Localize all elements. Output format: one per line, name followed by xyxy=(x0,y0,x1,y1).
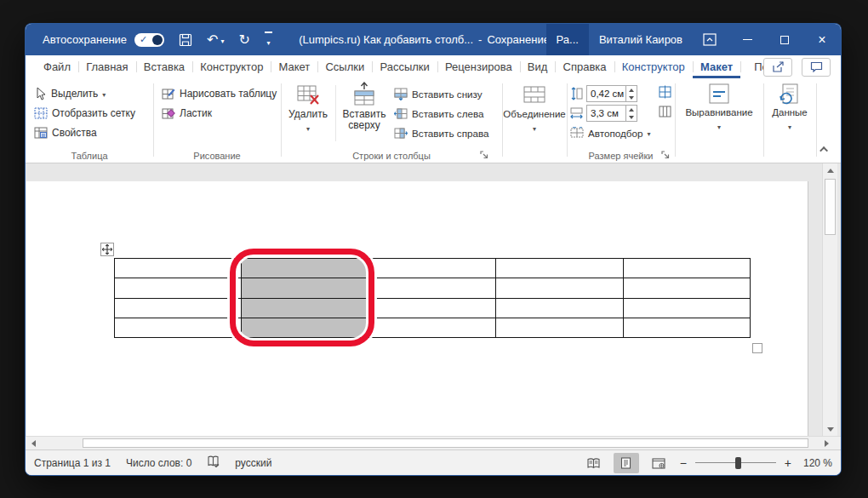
comments-button[interactable] xyxy=(802,58,831,77)
zoom-out-button[interactable]: − xyxy=(678,456,688,470)
view-gridlines-button[interactable]: Отобразить сетку xyxy=(34,106,135,121)
tab-home[interactable]: Главная xyxy=(78,55,135,78)
zoom-slider[interactable] xyxy=(695,457,776,469)
vertical-scrollbar[interactable] xyxy=(822,163,837,436)
table-cell[interactable] xyxy=(115,278,242,298)
horizontal-scroll-thumb[interactable] xyxy=(83,438,808,448)
column-width-spinner[interactable] xyxy=(625,106,637,121)
table-cell[interactable] xyxy=(496,298,623,318)
user-name[interactable]: Виталий Каиров xyxy=(599,33,682,46)
select-button[interactable]: Выделить xyxy=(34,86,106,101)
tab-mailings[interactable]: Рассылки xyxy=(372,55,437,78)
table-cell[interactable] xyxy=(623,318,750,337)
draw-table-button[interactable]: Нарисовать таблицу xyxy=(162,86,277,101)
spin-down[interactable] xyxy=(626,113,637,121)
spin-up[interactable] xyxy=(626,86,637,94)
save-button[interactable] xyxy=(179,33,192,47)
zoom-level[interactable]: 120 % xyxy=(800,457,832,469)
scroll-left-button[interactable] xyxy=(26,437,40,449)
table-resize-handle[interactable] xyxy=(752,343,762,353)
account-button[interactable]: Ра... xyxy=(546,24,589,55)
web-layout-button[interactable] xyxy=(646,453,671,473)
page-indicator[interactable]: Страница 1 из 1 xyxy=(34,457,111,469)
minimize-button[interactable] xyxy=(728,24,766,55)
table-cell[interactable] xyxy=(496,259,623,278)
delete-button[interactable]: Удалить xyxy=(283,82,334,134)
row-height-value[interactable]: 0,42 см xyxy=(587,89,625,99)
table-cell[interactable] xyxy=(115,259,242,278)
print-layout-button[interactable] xyxy=(614,453,639,473)
zoom-slider-handle[interactable] xyxy=(735,457,741,469)
table-cell[interactable] xyxy=(115,298,242,318)
read-mode-button[interactable] xyxy=(581,453,607,473)
tab-insert[interactable]: Вставка xyxy=(136,55,192,78)
alignment-button[interactable]: Выравнивание xyxy=(675,82,763,132)
table-cell-selected[interactable] xyxy=(242,318,368,337)
rows-columns-dialog-launcher[interactable] xyxy=(480,150,490,160)
autofit-button[interactable]: Автоподбор xyxy=(570,125,651,140)
redo-button[interactable]: ↻ xyxy=(239,33,250,47)
table-cell-selected[interactable] xyxy=(242,259,368,278)
scroll-right-button[interactable] xyxy=(819,437,833,449)
horizontal-scrollbar[interactable] xyxy=(26,436,841,449)
distribute-rows-button[interactable] xyxy=(658,85,672,101)
share-button[interactable] xyxy=(763,58,792,77)
table-cell[interactable] xyxy=(623,298,750,318)
tab-table-layout[interactable]: Макет xyxy=(693,55,740,78)
tab-references[interactable]: Ссылки xyxy=(317,55,372,78)
table-move-handle[interactable] xyxy=(100,243,114,256)
column-width-value[interactable]: 3,3 см xyxy=(587,108,625,118)
eraser-button[interactable]: Ластик xyxy=(162,106,212,121)
row-height-spinner[interactable] xyxy=(625,86,637,101)
table-cell[interactable] xyxy=(496,318,623,337)
tab-view[interactable]: Вид xyxy=(520,55,556,78)
table-cell[interactable] xyxy=(496,278,623,298)
column-width-field[interactable]: 3,3 см xyxy=(586,105,637,122)
customize-qat-button[interactable] xyxy=(265,31,272,48)
tab-file[interactable]: Файл xyxy=(36,55,78,78)
undo-dropdown-caret[interactable] xyxy=(221,33,225,46)
table-cell[interactable] xyxy=(368,259,495,278)
table-cell[interactable] xyxy=(368,278,495,298)
merge-button[interactable]: Объединение xyxy=(502,82,567,134)
spin-up[interactable] xyxy=(626,106,637,113)
insert-left-button[interactable]: Вставить слева xyxy=(394,106,484,121)
ribbon-display-options-button[interactable] xyxy=(691,24,728,55)
document-page[interactable] xyxy=(26,181,808,436)
spin-down[interactable] xyxy=(626,94,637,101)
tab-help[interactable]: Справка xyxy=(556,55,614,78)
data-button[interactable]: Данные xyxy=(763,82,816,132)
scroll-down-button[interactable] xyxy=(823,422,838,436)
table-cell[interactable] xyxy=(623,278,750,298)
close-button[interactable]: × xyxy=(803,24,841,55)
maximize-icon xyxy=(780,36,789,44)
scroll-up-button[interactable] xyxy=(823,163,838,177)
row-height-field[interactable]: 0,42 см xyxy=(586,85,637,102)
insert-right-button[interactable]: Вставить справа xyxy=(394,125,489,140)
table-cell-selected[interactable] xyxy=(242,278,368,298)
tab-layout[interactable]: Макет xyxy=(271,55,318,78)
maximize-button[interactable] xyxy=(766,24,803,55)
proofing-status[interactable] xyxy=(207,455,220,470)
collapse-ribbon-button[interactable] xyxy=(815,142,834,156)
cell-size-dialog-launcher[interactable] xyxy=(661,150,671,160)
table-cell[interactable] xyxy=(368,298,495,318)
insert-above-button[interactable]: Вставить сверху xyxy=(337,82,391,131)
table-cell[interactable] xyxy=(623,259,750,278)
language-indicator[interactable]: русский xyxy=(235,457,271,469)
insert-below-button[interactable]: Вставить снизу xyxy=(394,86,483,101)
vertical-scroll-thumb[interactable] xyxy=(825,179,836,235)
table-cell[interactable] xyxy=(115,318,242,337)
table-cell-selected[interactable] xyxy=(242,298,368,318)
tab-design[interactable]: Конструктор xyxy=(192,55,271,78)
word-count[interactable]: Число слов: 0 xyxy=(126,457,191,469)
table-cell[interactable] xyxy=(368,318,495,337)
properties-button[interactable]: Свойства xyxy=(34,125,97,140)
distribute-columns-button[interactable] xyxy=(658,105,672,121)
undo-button[interactable]: ↶ xyxy=(207,33,224,47)
zoom-in-button[interactable]: + xyxy=(783,456,793,470)
autosave-toggle[interactable]: ✓ xyxy=(134,33,164,47)
tab-table-design[interactable]: Конструктор xyxy=(614,55,693,78)
tab-review[interactable]: Рецензирова xyxy=(437,55,520,78)
tell-me-assistant[interactable]: Помощь xyxy=(740,55,763,78)
